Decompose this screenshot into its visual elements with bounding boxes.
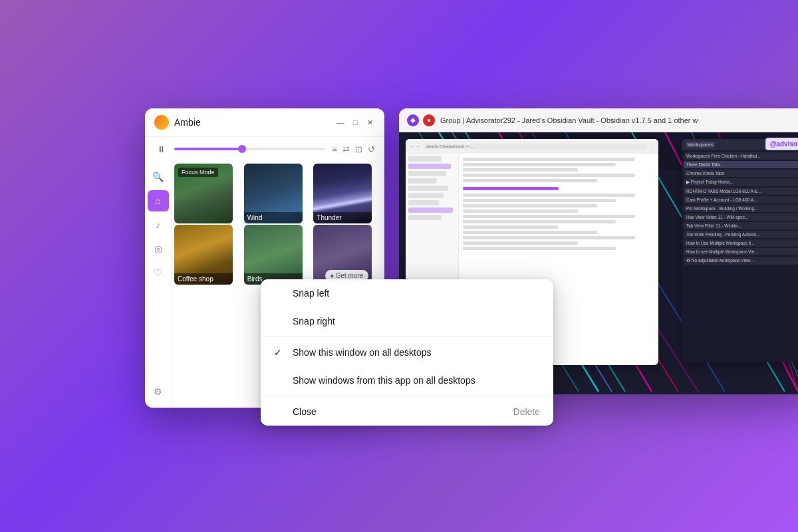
sidebar-home-icon[interactable]: ⌂ bbox=[148, 190, 169, 211]
panel-item-3: Chrome Kinda Tabs bbox=[684, 170, 798, 177]
content-line-7 bbox=[463, 199, 616, 202]
content-line-11 bbox=[463, 220, 616, 223]
sidebar-item-8 bbox=[408, 207, 453, 213]
sidebar-item-7 bbox=[408, 200, 439, 205]
maximize-button[interactable]: □ bbox=[350, 117, 360, 128]
show-all-desktops-label: Show this window on all desktops bbox=[293, 347, 432, 358]
content-line-8 bbox=[463, 204, 597, 207]
coffee-label: Coffee shop bbox=[174, 273, 233, 285]
panel-item-11: How to Use Multiple Workspace it... bbox=[684, 239, 798, 247]
content-line-10 bbox=[463, 215, 635, 218]
sidebar-music-icon[interactable]: ♪ bbox=[148, 214, 169, 235]
context-menu: Snap left Snap right ✓ Show this window … bbox=[261, 279, 553, 426]
sidebar-globe-icon[interactable]: ◎ bbox=[148, 238, 169, 259]
obsidian-titlebar: ◆ ● Group | Advisorator292 - Jared's Obs… bbox=[399, 108, 798, 132]
content-line-14 bbox=[463, 236, 635, 239]
panel-item-1: Workspaces Free Chicken - Handbal... bbox=[684, 152, 798, 160]
menu-item-snap-left[interactable]: Snap left bbox=[261, 279, 553, 307]
ambie-app-icon bbox=[154, 115, 169, 130]
sidebar-item-6 bbox=[408, 193, 444, 198]
panel-item-6: Cam Profile + Account - LG8 400 A... bbox=[684, 196, 798, 203]
content-line-13 bbox=[463, 231, 597, 234]
menu-item-close[interactable]: Close Delete bbox=[261, 398, 553, 426]
ambie-toolbar: ⏸ ≡ ⇄ ⊡ ↺ bbox=[145, 137, 384, 161]
show-app-desktops-label: Show windows from this app on all deskto… bbox=[293, 375, 475, 386]
right-panel: Workspaces ✕ Workspaces Free Chicken - H… bbox=[682, 139, 798, 362]
content-line-5 bbox=[463, 179, 597, 182]
sound-tile-forest[interactable]: Focus Mode bbox=[174, 164, 233, 223]
content-line-6 bbox=[463, 194, 635, 197]
window-controls: — □ ✕ bbox=[335, 117, 375, 128]
content-line-16 bbox=[463, 247, 616, 250]
shuffle-icon[interactable]: ⇄ bbox=[342, 144, 350, 154]
content-line-15 bbox=[463, 241, 578, 245]
sound-tile-coffee[interactable]: Coffee shop bbox=[174, 225, 233, 285]
sidebar-heart-icon[interactable]: ♡ bbox=[148, 262, 169, 283]
progress-fill bbox=[174, 148, 242, 150]
content-line-4 bbox=[463, 174, 635, 177]
sidebar-settings-icon[interactable]: ⚙ bbox=[148, 381, 169, 402]
save-icon[interactable]: ⊡ bbox=[355, 144, 362, 154]
minimize-button[interactable]: — bbox=[335, 117, 346, 128]
menu-item-show-all-desktops[interactable]: ✓ Show this window on all desktops bbox=[261, 338, 553, 366]
panel-item-8: Has View Video 11 - WM-spec... bbox=[684, 213, 798, 221]
sound-tile-birds[interactable]: Birds bbox=[244, 225, 303, 285]
play-pause-button[interactable]: ⏸ bbox=[154, 142, 168, 156]
menu-item-snap-right[interactable]: Snap right bbox=[261, 307, 553, 335]
search-icon[interactable]: 🔍 bbox=[148, 166, 169, 188]
panel-item-5: RDHTM-D TABS Model LG8-810 A &... bbox=[684, 188, 798, 195]
ambie-window-title: Ambie bbox=[174, 117, 330, 128]
panel-item-13: ♻ No adjustable workspace-View... bbox=[684, 257, 798, 265]
menu-divider-2 bbox=[261, 396, 553, 396]
advisor-badge: @advisor bbox=[765, 138, 798, 150]
content-heading bbox=[463, 187, 559, 190]
progress-bar[interactable] bbox=[174, 148, 325, 150]
sidebar-item-1 bbox=[408, 156, 442, 162]
menu-divider-1 bbox=[261, 336, 553, 337]
obsidian-browser-icons: ◆ ● bbox=[407, 114, 435, 126]
sound-tile-wind[interactable]: Wind bbox=[244, 164, 303, 223]
checkmark-icon: ✓ bbox=[274, 347, 285, 358]
obsidian-window-title: Group | Advisorator292 - Jared's Obsidia… bbox=[440, 116, 798, 124]
timer-icon[interactable]: ↺ bbox=[368, 144, 375, 154]
sidebar-item-9 bbox=[408, 215, 442, 220]
panel-item-7: Pm Workspace - Building / Working... bbox=[684, 205, 798, 212]
sound-grid: Focus Mode Wind Thunder Coffee shop Bird… bbox=[172, 161, 384, 287]
focus-badge: Focus Mode bbox=[178, 168, 218, 177]
close-label: Close bbox=[293, 406, 317, 417]
panel-tab-label: Workspaces bbox=[686, 142, 715, 148]
snap-left-label: Snap left bbox=[293, 288, 329, 299]
content-line-3 bbox=[463, 168, 578, 172]
panel-item-9: Tab View Filter 11 - Winkle-... bbox=[684, 222, 798, 229]
sound-tile-thunder[interactable]: Thunder bbox=[313, 164, 372, 223]
panel-item-10: Ton Hints Pending - Pending Actions... bbox=[684, 231, 798, 238]
sound-tile-more[interactable]: ♦ Get more bbox=[313, 225, 372, 285]
sidebar-item-3 bbox=[408, 171, 446, 176]
sidebar-item-4 bbox=[408, 178, 437, 184]
vivaldi-icon: ● bbox=[423, 114, 435, 126]
sidebar-item-2 bbox=[408, 164, 451, 169]
toolbar-icons: ≡ ⇄ ⊡ ↺ bbox=[332, 144, 375, 154]
sidebar-item-5 bbox=[408, 186, 448, 191]
snap-right-label: Snap right bbox=[293, 316, 335, 327]
content-line-1 bbox=[463, 158, 635, 161]
obsidian-app-icon: ◆ bbox=[407, 114, 419, 126]
panel-item-12: How to see Multiple Workspace-Vie... bbox=[684, 248, 798, 255]
wind-label: Wind bbox=[244, 212, 303, 223]
right-panel-list: Workspaces Free Chicken - Handbal... The… bbox=[682, 150, 798, 268]
progress-thumb bbox=[238, 145, 246, 153]
panel-item-2: There Darbs Tabs bbox=[684, 161, 798, 168]
close-button[interactable]: ✕ bbox=[364, 117, 375, 128]
panel-item-4: ▶ Project Today Hama... bbox=[684, 178, 798, 186]
menu-item-show-app-desktops[interactable]: Show windows from this app on all deskto… bbox=[261, 366, 553, 394]
delete-label: Delete bbox=[513, 406, 540, 417]
content-line-2 bbox=[463, 163, 616, 166]
ambie-titlebar: Ambie — □ ✕ bbox=[145, 108, 384, 137]
inner-obs-titlebar: ← → Jared's ObsidianVault — … ⋮ bbox=[406, 139, 658, 154]
ambie-sidebar: 🔍 ⌂ ♪ ◎ ♡ ⚙ bbox=[145, 161, 172, 408]
content-line-12 bbox=[463, 225, 559, 229]
list-icon[interactable]: ≡ bbox=[332, 144, 337, 154]
content-line-9 bbox=[463, 209, 578, 213]
thunder-label: Thunder bbox=[313, 212, 372, 223]
